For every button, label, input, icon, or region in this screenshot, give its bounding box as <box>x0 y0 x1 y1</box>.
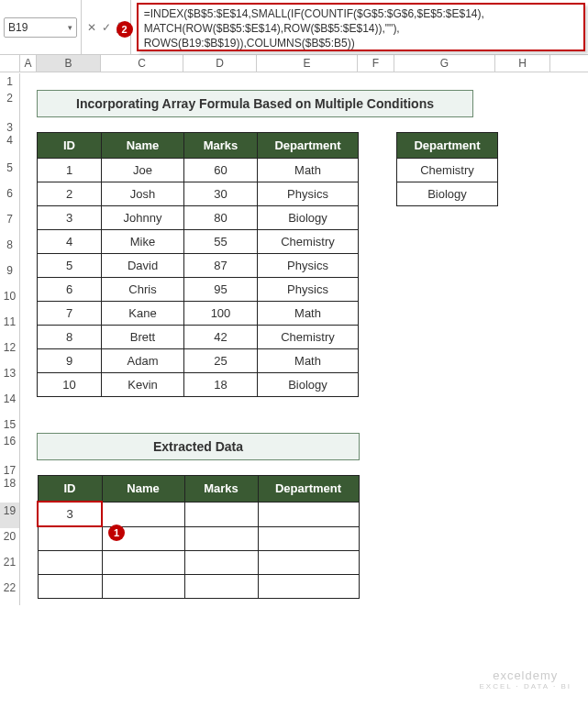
row-header[interactable]: 8 <box>0 237 20 262</box>
th2-name: Name <box>102 476 184 503</box>
col-header-g[interactable]: G <box>394 55 495 72</box>
extracted-table-wrap: ID Name Marks Department 3 <box>37 475 360 599</box>
callout-2: 2 <box>116 21 133 38</box>
table-row <box>38 574 359 598</box>
table-row <box>38 526 359 550</box>
table-row: 4Mike55Chemistry <box>38 230 359 254</box>
section-title-extracted: Extracted Data <box>37 433 360 460</box>
row-header[interactable]: 18 <box>0 475 20 503</box>
row-header[interactable]: 19 <box>0 503 20 528</box>
col-header-h[interactable]: H <box>495 55 550 72</box>
col-header-d[interactable]: D <box>183 55 257 72</box>
row-header[interactable]: 7 <box>0 211 20 237</box>
col-header-a[interactable]: A <box>20 55 37 72</box>
row-header[interactable]: 4 <box>0 132 20 160</box>
row-header[interactable]: 3 <box>0 119 20 132</box>
title-banner-2: Extracted Data <box>37 433 360 460</box>
table-row: 10Kevin18Biology <box>38 373 359 397</box>
th2-dept: Department <box>258 476 359 503</box>
extracted-table: ID Name Marks Department 3 <box>37 475 360 599</box>
side-table-wrap: Department Chemistry Biology <box>396 132 498 206</box>
col-header-e[interactable]: E <box>257 55 358 72</box>
name-box-wrap: B19 ▾ <box>0 0 82 54</box>
row-header[interactable]: 13 <box>0 365 20 391</box>
th-id: ID <box>38 133 102 159</box>
row-header[interactable]: 6 <box>0 185 20 211</box>
enter-icon[interactable]: ✓ <box>102 21 111 34</box>
column-headers: A B C D E F G H <box>0 55 588 72</box>
th2-marks: Marks <box>184 476 258 503</box>
row-header[interactable]: 17 <box>0 462 20 475</box>
row-header[interactable]: 10 <box>0 288 20 314</box>
th-dept: Department <box>258 133 359 159</box>
main-table-wrap: ID Name Marks Department 1Joe60Math 2Jos… <box>37 132 359 397</box>
row-header[interactable]: 16 <box>0 433 20 462</box>
side-table: Department Chemistry Biology <box>396 132 498 206</box>
formula-line-2: MATCH(ROW($B$5:$E$14),ROW($B$5:$E$14)),"… <box>144 21 578 36</box>
callout-1: 1 <box>108 525 125 541</box>
col-header-c[interactable]: C <box>101 55 183 72</box>
row-header[interactable]: 21 <box>0 554 20 580</box>
table-row: 7Kane100Math <box>38 302 359 326</box>
th-side-dept: Department <box>397 133 498 159</box>
row-header[interactable]: 9 <box>0 262 20 288</box>
table-row: 3Johnny80Biology <box>38 206 359 230</box>
table-row: 8Brett42Chemistry <box>38 326 359 349</box>
watermark-sub: EXCEL · DATA · BI <box>479 682 571 690</box>
row-header[interactable]: 15 <box>0 416 20 433</box>
table-row: 1Joe60Math <box>38 159 359 182</box>
cancel-icon[interactable]: ✕ <box>87 21 96 34</box>
row-header[interactable]: 5 <box>0 160 20 185</box>
table-row: 6Chris95Physics <box>38 278 359 302</box>
row-header[interactable]: 1 <box>0 73 20 90</box>
cell-empty[interactable] <box>184 502 258 526</box>
row-header[interactable]: 2 <box>0 90 20 119</box>
table-row: Biology <box>397 182 498 206</box>
th2-id: ID <box>38 476 102 503</box>
row-header[interactable]: 12 <box>0 339 20 365</box>
cell-empty[interactable] <box>102 502 184 526</box>
row-header[interactable]: 14 <box>0 391 20 416</box>
table-row: Chemistry <box>397 159 498 182</box>
table-row: 3 <box>38 502 359 526</box>
table-row: 2Josh30Physics <box>38 182 359 206</box>
watermark-text: exceldemy <box>493 668 558 682</box>
col-header-b[interactable]: B <box>37 55 101 72</box>
formula-line-3: ROWS(B19:$B$19)),COLUMNS($B$5:B5)) <box>144 36 578 50</box>
name-box[interactable]: B19 ▾ <box>4 17 77 38</box>
th-name: Name <box>102 133 184 159</box>
title-banner-1: Incorporating Array Formula Based on Mul… <box>37 90 473 117</box>
col-header-f[interactable]: F <box>358 55 394 72</box>
row-header[interactable]: 22 <box>0 580 20 605</box>
watermark: exceldemy EXCEL · DATA · BI <box>479 668 571 690</box>
row-header[interactable]: 11 <box>0 314 20 339</box>
table-row: 5David87Physics <box>38 254 359 278</box>
formula-line-1: =INDEX($B$5:$E$14,SMALL(IF(COUNTIF($G$5:… <box>144 6 578 21</box>
cell-b19[interactable]: 3 <box>38 502 102 526</box>
formula-bar-row: B19 ▾ ✕ ✓ fx 2 =INDEX($B$5:$E$14,SMALL(I… <box>0 0 588 55</box>
formula-input[interactable]: 2 =INDEX($B$5:$E$14,SMALL(IF(COUNTIF($G$… <box>137 3 585 51</box>
table-row: 9Adam25Math <box>38 349 359 373</box>
row-header[interactable]: 20 <box>0 528 20 554</box>
cell-empty[interactable] <box>258 502 359 526</box>
table-row <box>38 550 359 574</box>
name-box-value: B19 <box>8 21 28 34</box>
select-all-corner[interactable] <box>0 55 20 72</box>
main-table: ID Name Marks Department 1Joe60Math 2Jos… <box>37 132 359 397</box>
chevron-down-icon[interactable]: ▾ <box>68 23 72 32</box>
page-title: Incorporating Array Formula Based on Mul… <box>37 90 473 117</box>
row-headers: 1 2 3 4 5 6 7 8 9 10 11 12 13 14 15 16 1… <box>0 73 20 605</box>
th-marks: Marks <box>184 133 258 159</box>
